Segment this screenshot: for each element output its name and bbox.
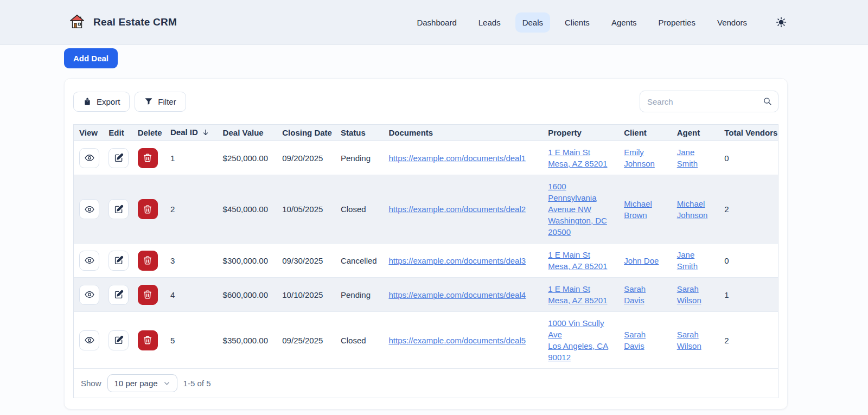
table-row: 5$350,000.0009/25/2025Closedhttps://exam… (74, 312, 778, 369)
nav-item-leads[interactable]: Leads (471, 12, 508, 33)
client-link[interactable]: Emily Johnson (624, 148, 655, 168)
edit-deal-button[interactable] (108, 148, 129, 168)
delete-deal-button[interactable] (138, 251, 158, 271)
cell-deal-id: 1 (165, 141, 218, 175)
documents-link[interactable]: https://example.com/documents/deal1 (388, 154, 526, 163)
cell-status: Pending (335, 141, 384, 175)
agent-link[interactable]: Michael Johnson (677, 199, 708, 220)
agent-link[interactable]: Jane Smith (677, 250, 698, 271)
col-header-delete: Delete (132, 125, 165, 141)
table-header: View Edit Delete Deal ID Deal Value Clos… (74, 125, 778, 141)
client-link[interactable]: Sarah Davis (624, 284, 646, 305)
cell-closing-date: 09/25/2025 (277, 312, 335, 369)
col-header-status[interactable]: Status (335, 125, 384, 141)
main-nav: Dashboard Leads Deals Clients Agents Pro… (410, 12, 787, 33)
delete-deal-button[interactable] (138, 148, 158, 168)
view-deal-button[interactable] (79, 199, 99, 219)
page-size-select[interactable]: 10 per page (107, 374, 177, 392)
theme-toggle-button[interactable] (776, 17, 787, 28)
documents-link[interactable]: https://example.com/documents/deal3 (388, 256, 526, 265)
funnel-icon (144, 97, 153, 106)
table-row: 3$300,000.0009/30/2025Cancelledhttps://e… (74, 244, 778, 278)
col-header-agent[interactable]: Agent (672, 125, 719, 141)
property-link[interactable]: 1 E Main StMesa, AZ 85201 (548, 250, 607, 271)
client-link[interactable]: Michael Brown (624, 199, 652, 220)
eye-icon (85, 153, 94, 163)
add-deal-button[interactable]: Add Deal (64, 48, 118, 68)
property-link[interactable]: 1600 Pennsylvania Avenue NWWashington, D… (548, 182, 607, 237)
deals-table: View Edit Delete Deal ID Deal Value Clos… (74, 125, 778, 368)
edit-deal-button[interactable] (108, 199, 129, 219)
cell-status: Cancelled (335, 244, 384, 278)
documents-link[interactable]: https://example.com/documents/deal2 (388, 205, 526, 214)
cell-view (74, 244, 103, 278)
cell-property: 1600 Pennsylvania Avenue NWWashington, D… (542, 175, 618, 244)
nav-item-properties[interactable]: Properties (652, 12, 703, 33)
delete-deal-button[interactable] (138, 330, 158, 350)
cell-property: 1000 Vin Scully AveLos Angeles, CA 90012 (542, 312, 618, 369)
nav-item-vendors[interactable]: Vendors (710, 12, 754, 33)
agent-link[interactable]: Jane Smith (677, 148, 698, 168)
nav-item-clients[interactable]: Clients (558, 12, 597, 33)
col-header-client[interactable]: Client (618, 125, 672, 141)
cell-property: 1 E Main StMesa, AZ 85201 (542, 244, 618, 278)
cell-deal-id: 5 (165, 312, 218, 369)
edit-deal-button[interactable] (108, 330, 129, 350)
col-header-closing-date[interactable]: Closing Date (277, 125, 335, 141)
cell-delete (132, 141, 165, 175)
documents-link[interactable]: https://example.com/documents/deal4 (388, 290, 526, 299)
client-link[interactable]: John Doe (624, 256, 659, 265)
view-deal-button[interactable] (79, 148, 99, 168)
search-input[interactable] (640, 91, 778, 112)
col-header-deal-id[interactable]: Deal ID (165, 125, 218, 141)
delete-deal-button[interactable] (138, 199, 158, 219)
cell-deal-value: $600,000.00 (218, 278, 277, 312)
top-navbar: Real Estate CRM Dashboard Leads Deals Cl… (0, 0, 868, 45)
col-header-deal-value[interactable]: Deal Value (218, 125, 277, 141)
nav-item-agents[interactable]: Agents (604, 12, 644, 33)
col-header-documents[interactable]: Documents (383, 125, 542, 141)
property-link[interactable]: 1 E Main StMesa, AZ 85201 (548, 284, 607, 305)
trash-icon (143, 290, 152, 299)
cell-documents: https://example.com/documents/deal1 (383, 141, 542, 175)
edit-deal-button[interactable] (108, 251, 129, 271)
cell-agent: Sarah Wilson (672, 278, 719, 312)
delete-deal-button[interactable] (138, 285, 158, 305)
cell-closing-date: 10/10/2025 (277, 278, 335, 312)
pencil-square-icon (114, 256, 124, 265)
cell-total-vendors: 2 (719, 312, 778, 369)
cell-total-vendors: 0 (719, 141, 778, 175)
cell-total-vendors: 1 (719, 278, 778, 312)
page-size-value: 10 per page (114, 379, 158, 388)
filter-button-label: Filter (158, 97, 176, 106)
nav-item-dashboard[interactable]: Dashboard (410, 12, 463, 33)
pagination-range: 1-5 of 5 (183, 379, 211, 388)
cell-client: Sarah Davis (618, 312, 672, 369)
export-icon (83, 97, 92, 106)
edit-deal-button[interactable] (108, 285, 129, 305)
col-header-property[interactable]: Property (542, 125, 618, 141)
client-link[interactable]: Sarah Davis (624, 330, 646, 350)
documents-link[interactable]: https://example.com/documents/deal5 (388, 336, 526, 345)
cell-view (74, 312, 103, 369)
trash-icon (143, 256, 152, 265)
export-button[interactable]: Export (73, 92, 130, 112)
cell-status: Closed (335, 312, 384, 369)
agent-link[interactable]: Sarah Wilson (677, 284, 701, 305)
cell-client: Emily Johnson (618, 141, 672, 175)
col-header-total-vendors[interactable]: Total Vendors (719, 125, 778, 141)
agent-link[interactable]: Sarah Wilson (677, 330, 701, 350)
deals-table-body: 1$250,000.0009/20/2025Pendinghttps://exa… (74, 141, 778, 369)
sort-descending-icon[interactable] (202, 129, 209, 138)
property-link[interactable]: 1000 Vin Scully AveLos Angeles, CA 90012 (548, 318, 608, 362)
view-deal-button[interactable] (79, 330, 99, 350)
view-deal-button[interactable] (79, 285, 99, 305)
cell-delete (132, 312, 165, 369)
trash-icon (143, 335, 152, 345)
pencil-square-icon (114, 290, 124, 299)
filter-button[interactable]: Filter (135, 92, 186, 112)
view-deal-button[interactable] (79, 251, 99, 271)
col-header-view: View (74, 125, 103, 141)
nav-item-deals[interactable]: Deals (515, 12, 550, 33)
property-link[interactable]: 1 E Main StMesa, AZ 85201 (548, 148, 607, 168)
